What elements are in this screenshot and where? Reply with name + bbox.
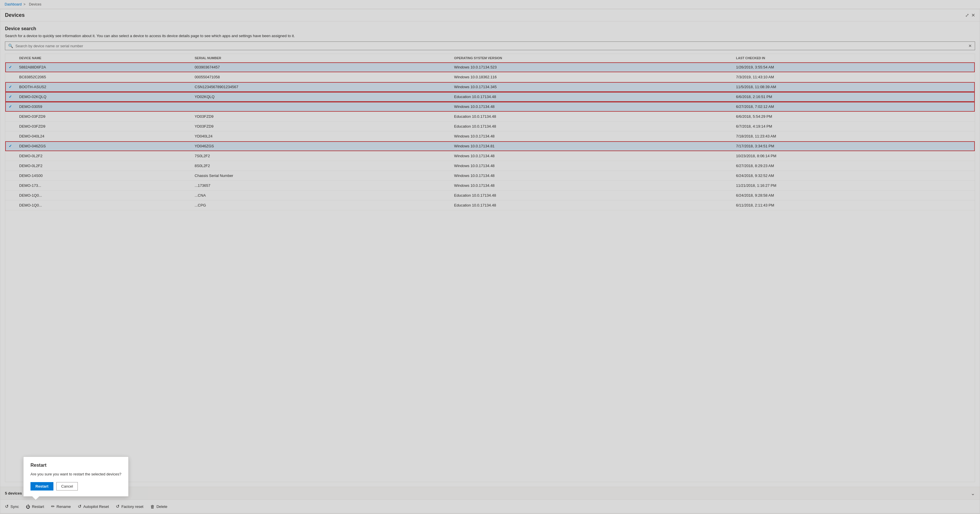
dialog-cancel-button[interactable]: Cancel [56,482,78,490]
dialog-overlay: Restart Are you sure you want to restart… [0,0,980,513]
restart-dialog: Restart Are you sure you want to restart… [23,457,129,497]
dialog-body: Are you sure you want to restart the sel… [30,472,121,476]
dialog-actions: Restart Cancel [30,482,121,490]
dialog-title: Restart [30,463,121,468]
dialog-confirm-button[interactable]: Restart [30,482,53,490]
